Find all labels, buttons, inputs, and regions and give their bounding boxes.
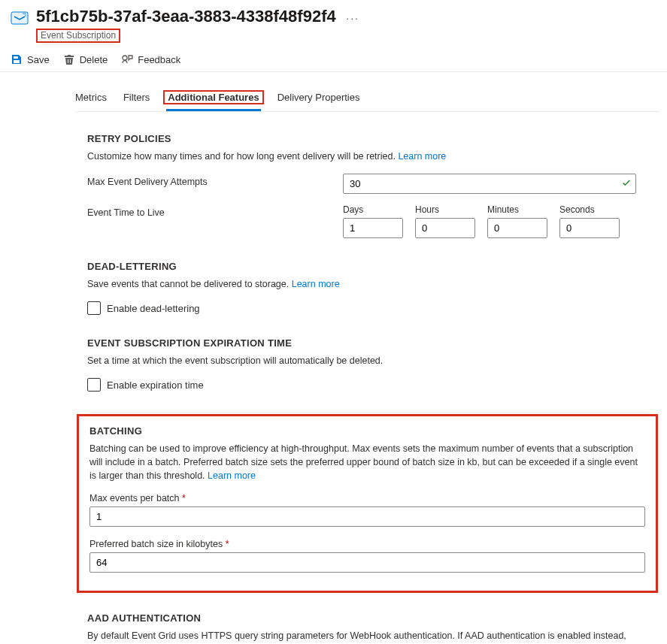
save-label: Save [27,54,50,65]
minutes-label: Minutes [487,204,547,215]
more-actions-button[interactable]: ··· [346,12,359,24]
resource-type-badge: Event Subscription [36,29,120,43]
hours-label: Hours [415,204,475,215]
retry-learn-more-link[interactable]: Learn more [398,151,446,162]
event-subscription-icon [11,9,29,27]
save-icon [11,53,23,65]
seconds-label: Seconds [559,204,620,215]
page-title: 5f1cb75b-37af-3eaa-3883-4338f48f92f4 [36,7,336,26]
delete-icon [63,53,75,65]
enable-dead-lettering-checkbox[interactable]: Enable dead-lettering [87,301,652,315]
dead-lettering-section: DEAD-LETTERING Save events that cannot b… [87,261,652,315]
dead-title: DEAD-LETTERING [87,261,652,272]
batching-learn-more-link[interactable]: Learn more [208,470,256,481]
aad-section: AAD AUTHENTICATION By default Event Grid… [87,612,652,644]
checkbox-icon [87,301,101,315]
max-attempts-input[interactable] [343,174,636,194]
expiry-title: EVENT SUBSCRIPTION EXPIRATION TIME [87,337,652,349]
pref-size-input[interactable] [89,552,645,573]
aad-desc: By default Event Grid uses HTTPS query s… [87,630,626,644]
max-events-label: Max events per batch [89,493,180,503]
max-attempts-label: Max Event Delivery Attempts [87,174,343,187]
days-label: Days [343,204,403,215]
delete-label: Delete [80,54,108,65]
expiration-section: EVENT SUBSCRIPTION EXPIRATION TIME Set a… [87,337,652,392]
feedback-label: Feedback [138,54,180,65]
required-marker: * [226,539,229,549]
expiry-desc: Set a time at which the event subscripti… [87,354,652,367]
enable-expiration-checkbox[interactable]: Enable expiration time [87,378,652,392]
required-marker: * [182,493,186,503]
save-button[interactable]: Save [11,53,50,65]
tab-bar: Metrics Filters Additional Features Deli… [75,87,659,112]
checkbox-icon [87,378,101,392]
expiry-checkbox-label: Enable expiration time [107,379,204,391]
svg-point-1 [123,56,127,60]
minutes-input[interactable] [487,218,547,238]
feedback-button[interactable]: Feedback [121,53,180,65]
retry-policies-section: RETRY POLICIES Customize how many times … [87,133,652,238]
dead-checkbox-label: Enable dead-lettering [107,303,200,314]
hours-input[interactable] [415,218,475,238]
retry-desc: Customize how many times and for how lon… [87,151,396,162]
tab-metrics[interactable]: Metrics [75,87,107,111]
dead-learn-more-link[interactable]: Learn more [292,279,340,289]
batching-section: BATCHING Batching can be used to improve… [77,414,658,593]
tab-filters[interactable]: Filters [123,87,150,111]
retry-title: RETRY POLICIES [87,133,652,144]
days-input[interactable] [343,218,403,238]
check-icon [621,177,632,190]
pref-size-label: Preferred batch size in kilobytes [89,539,223,549]
dead-desc: Save events that cannot be delivered to … [87,279,289,289]
max-events-input[interactable] [89,506,645,527]
command-bar: Save Delete Feedback [0,46,667,72]
feedback-icon [121,53,133,65]
seconds-input[interactable] [559,218,620,238]
batching-desc: Batching can be used to improve efficien… [89,443,638,481]
tab-additional-features[interactable]: Additional Features [166,87,260,111]
ttl-label: Event Time to Live [87,204,343,218]
aad-title: AAD AUTHENTICATION [87,612,652,624]
delete-button[interactable]: Delete [63,53,108,65]
tab-delivery-properties[interactable]: Delivery Properties [277,87,360,111]
batching-title: BATCHING [89,425,645,437]
